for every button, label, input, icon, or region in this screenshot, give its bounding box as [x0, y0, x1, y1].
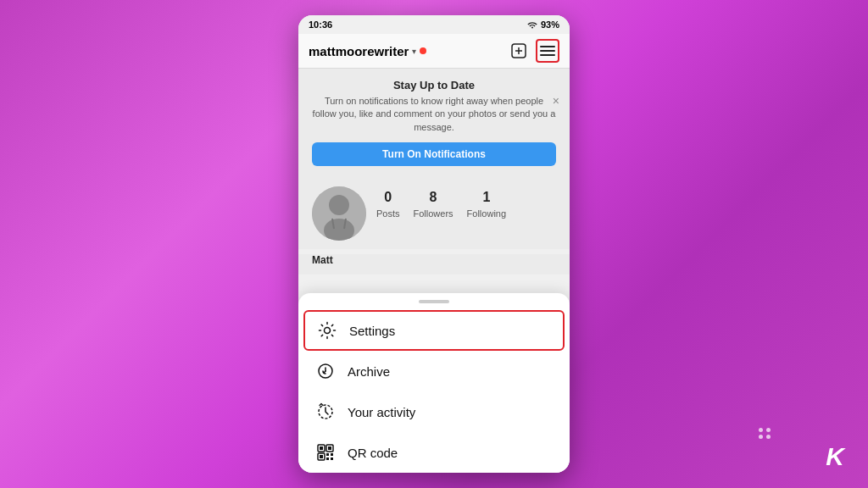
chevron-down-icon: ▾ — [412, 47, 416, 56]
watermark: K — [808, 442, 844, 471]
your-activity-label: Your activity — [348, 405, 415, 419]
qr-icon — [315, 442, 336, 463]
notification-banner: Stay Up to Date Turn on notifications to… — [298, 69, 570, 176]
archive-label: Archive — [348, 364, 390, 379]
profile-section: 0 Posts 8 Followers 1 Following — [298, 176, 570, 249]
qr-icon-svg — [316, 443, 335, 462]
gear-icon — [317, 320, 337, 341]
wifi-icon — [526, 20, 538, 30]
username-row: mattmoorewriter ▾ — [309, 44, 426, 58]
following-count: 1 — [467, 190, 506, 205]
svg-rect-21 — [331, 453, 333, 456]
dot-1 — [759, 428, 763, 432]
banner-description: Turn on notifications to know right away… — [312, 95, 556, 134]
status-time: 10:36 — [309, 19, 332, 30]
following-label: Following — [467, 208, 506, 219]
svg-point-7 — [329, 195, 349, 215]
dot-3 — [759, 435, 763, 439]
header-icons — [507, 39, 559, 63]
your-activity-menu-item[interactable]: Your activity — [298, 391, 570, 432]
archive-icon-svg — [316, 362, 335, 380]
turn-on-notifications-button[interactable]: Turn On Notifications — [312, 142, 556, 166]
following-stat[interactable]: 1 Following — [467, 190, 506, 220]
instagram-header: mattmoorewriter ▾ — [298, 34, 570, 69]
svg-rect-19 — [320, 455, 323, 458]
posts-stat: 0 Posts — [376, 190, 400, 220]
sheet-handle — [419, 300, 449, 303]
followers-count: 8 — [414, 190, 453, 205]
stats-row: 0 Posts 8 Followers 1 Following — [376, 190, 506, 220]
avatar-image — [312, 186, 366, 241]
svg-point-11 — [325, 328, 331, 334]
qr-code-label: QR code — [348, 446, 398, 460]
avatar — [312, 186, 366, 241]
settings-menu-item[interactable]: Settings — [303, 310, 565, 351]
add-post-button[interactable] — [507, 39, 531, 63]
watermark-letter: K — [826, 442, 844, 471]
battery-text: 93% — [541, 19, 559, 30]
hamburger-icon — [540, 45, 555, 57]
posts-label: Posts — [376, 208, 400, 219]
dot-4 — [766, 435, 771, 439]
settings-icon-svg — [318, 321, 337, 340]
settings-label: Settings — [349, 324, 395, 338]
archive-menu-item[interactable]: Archive — [298, 351, 570, 391]
hamburger-menu-button[interactable] — [536, 39, 559, 63]
status-bar: 10:36 93% — [298, 15, 570, 34]
activity-icon — [315, 402, 336, 422]
followers-label: Followers — [414, 208, 453, 219]
svg-rect-23 — [331, 458, 333, 460]
status-icons: 93% — [526, 19, 559, 30]
bottom-sheet: Settings Archive — [298, 293, 570, 473]
svg-rect-17 — [328, 446, 331, 450]
dot-2 — [766, 428, 771, 432]
qr-code-menu-item[interactable]: QR code — [298, 432, 570, 473]
banner-title: Stay Up to Date — [312, 79, 556, 92]
status-dot — [420, 47, 426, 54]
archive-icon — [315, 361, 336, 381]
svg-rect-20 — [326, 453, 329, 456]
followers-stat[interactable]: 8 Followers — [414, 190, 453, 220]
posts-count: 0 — [376, 190, 400, 205]
username: mattmoorewriter — [309, 44, 409, 58]
banner-close-button[interactable]: × — [553, 94, 559, 108]
svg-rect-22 — [326, 458, 329, 460]
svg-rect-15 — [320, 446, 323, 450]
activity-icon-svg — [316, 402, 335, 421]
phone-frame: 10:36 93% mattmoorewriter ▾ — [298, 15, 570, 473]
plus-square-icon — [510, 42, 527, 59]
profile-name: Matt — [298, 254, 570, 274]
